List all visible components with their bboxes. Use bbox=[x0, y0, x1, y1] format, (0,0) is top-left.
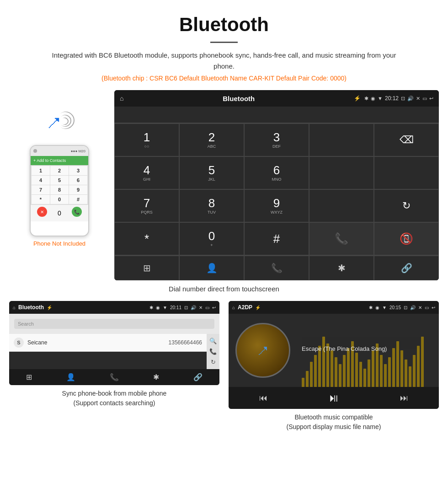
car-home-icon[interactable]: ⌂ bbox=[120, 95, 123, 102]
pb-call-icon[interactable]: 📞 bbox=[209, 348, 217, 355]
pb-contact-letter: S bbox=[14, 338, 24, 348]
dial-key-0[interactable]: 0+ bbox=[179, 222, 244, 255]
dial-key-6[interactable]: 6MNO bbox=[244, 156, 309, 189]
dial-call-key[interactable]: 📞 bbox=[309, 222, 374, 255]
pb-bot-link-icon[interactable]: 🔗 bbox=[193, 373, 203, 381]
pb-status-bar: ⌂ Bluetooth ⚡ ✱ ◉ ▼ 20:11 ⊡ 🔊 ✕ ▭ ↩ bbox=[9, 301, 219, 314]
pb-close-icon[interactable]: ✕ bbox=[199, 305, 203, 310]
pb-bot-contacts-icon[interactable]: 👤 bbox=[66, 373, 75, 381]
pb-volume-icon[interactable]: 🔊 bbox=[191, 305, 196, 310]
orange-info-text: (Bluetooth chip : CSR BC6 Default Blueto… bbox=[0, 75, 448, 82]
phone-dial-grid: 1 2 3 4 5 6 7 8 9 * 0 # bbox=[31, 165, 88, 205]
pb-bt-icon: ✱ bbox=[149, 305, 153, 310]
music-close-icon[interactable]: ✕ bbox=[418, 305, 422, 310]
phone-bottom-bar: ✕ 0 📞 bbox=[31, 205, 88, 221]
pb-side-icons: 🔍 📞 ↻ bbox=[207, 334, 219, 369]
dial-key-8[interactable]: 8TUV bbox=[179, 189, 244, 222]
music-camera-icon[interactable]: ⊡ bbox=[404, 305, 407, 310]
dial-key-3[interactable]: 3DEF bbox=[244, 123, 309, 156]
dialpad-grid: 1○○ 2ABC 3DEF ⌫ 4GHI 5JKL 6MNO bbox=[114, 123, 439, 255]
phone-call[interactable]: 📞 bbox=[72, 207, 82, 217]
dial-caption-text: Dial number direct from touchscreen bbox=[0, 285, 448, 293]
page-title: Bluetooth bbox=[0, 0, 448, 38]
pb-contact-item[interactable]: S Seicane 13566664466 bbox=[9, 334, 207, 352]
phone-key-8[interactable]: 8 bbox=[50, 185, 69, 194]
bottom-link-icon[interactable]: 🔗 bbox=[374, 256, 439, 280]
music-screen: ⌂ A2DP ⚡ ✱ ◉ ▼ 20:15 ⊡ 🔊 ✕ ▭ ↩ ⭧ Escape … bbox=[229, 301, 439, 409]
pb-refresh-icon[interactable]: ↻ bbox=[209, 359, 217, 365]
phone-green-bar: + Add to Contacts bbox=[31, 156, 88, 165]
pb-search-icon[interactable]: 🔍 bbox=[209, 338, 217, 344]
dial-backspace-key[interactable]: ⌫ bbox=[374, 123, 439, 156]
dial-key-4[interactable]: 4GHI bbox=[114, 156, 179, 189]
phone-key-7[interactable]: 7 bbox=[32, 185, 50, 194]
bottom-phone-icon[interactable]: 📞 bbox=[244, 256, 309, 280]
pb-contacts-list: S Seicane 13566664466 bbox=[9, 334, 207, 369]
dial-key-empty-2 bbox=[309, 156, 374, 189]
music-window-icon[interactable]: ▭ bbox=[425, 305, 429, 310]
car-back-icon[interactable]: ↩ bbox=[429, 96, 433, 102]
phone-key-hash[interactable]: # bbox=[69, 195, 87, 204]
music-back-icon[interactable]: ↩ bbox=[432, 305, 435, 310]
music-signal-icon: ▼ bbox=[382, 305, 387, 310]
music-prev-button[interactable]: ⏮ bbox=[259, 393, 267, 403]
music-time: 20:15 bbox=[389, 305, 401, 310]
dial-key-empty-3 bbox=[374, 156, 439, 189]
dial-end-key[interactable]: 📵 bbox=[374, 222, 439, 255]
subtitle-text: Integrated with BC6 Bluetooth module, su… bbox=[0, 50, 448, 72]
car-close-icon[interactable]: ✕ bbox=[416, 96, 420, 102]
car-window-icon[interactable]: ▭ bbox=[422, 96, 427, 102]
pb-back-icon[interactable]: ↩ bbox=[212, 305, 216, 310]
pb-window-icon[interactable]: ▭ bbox=[205, 305, 209, 310]
dial-key-1[interactable]: 1○○ bbox=[114, 123, 179, 156]
phone-key-3[interactable]: 3 bbox=[69, 166, 87, 175]
bottom-screenshots: ⌂ Bluetooth ⚡ ✱ ◉ ▼ 20:11 ⊡ 🔊 ✕ ▭ ↩ Sear… bbox=[0, 301, 448, 432]
dial-key-2[interactable]: 2ABC bbox=[179, 123, 244, 156]
phone-key-2[interactable]: 2 bbox=[50, 166, 69, 175]
pb-bot-phone-icon[interactable]: 📞 bbox=[110, 373, 119, 381]
dial-key-9[interactable]: 9WXYZ bbox=[244, 189, 309, 222]
pb-usb-icon: ⚡ bbox=[47, 305, 52, 310]
phone-key-4[interactable]: 4 bbox=[32, 176, 50, 185]
dialpad-bottom-bar: ⊞ 👤 📞 ✱ 🔗 bbox=[114, 255, 439, 280]
phone-key-0[interactable]: 0 bbox=[50, 195, 69, 204]
dial-display-row bbox=[114, 107, 439, 123]
music-caption: Bluetooth music compatible(Support displ… bbox=[287, 413, 381, 432]
main-content-area: ⭧ ●●● M20 + Add to Contacts 1 2 3 4 5 6 bbox=[0, 90, 448, 280]
music-home-icon[interactable]: ⌂ bbox=[232, 305, 235, 310]
car-usb-icon: ⚡ bbox=[354, 95, 361, 102]
pb-contact-name: Seicane bbox=[27, 339, 169, 346]
dial-key-hash[interactable]: # bbox=[244, 222, 309, 255]
pb-camera-icon[interactable]: ⊡ bbox=[184, 305, 188, 310]
dial-key-5[interactable]: 5JKL bbox=[179, 156, 244, 189]
phone-key-9[interactable]: 9 bbox=[69, 185, 87, 194]
bottom-bluetooth-icon[interactable]: ✱ bbox=[309, 256, 374, 280]
phone-mockup: ●●● M20 + Add to Contacts 1 2 3 4 5 6 7 … bbox=[30, 145, 89, 236]
bottom-apps-icon[interactable]: ⊞ bbox=[114, 256, 179, 280]
phone-key-1[interactable]: 1 bbox=[32, 166, 50, 175]
pb-search-bar[interactable]: Search bbox=[14, 319, 214, 329]
phonebook-section: ⌂ Bluetooth ⚡ ✱ ◉ ▼ 20:11 ⊡ 🔊 ✕ ▭ ↩ Sear… bbox=[9, 301, 219, 432]
music-play-pause-button[interactable]: ⏯ bbox=[328, 392, 339, 404]
pb-home-icon[interactable]: ⌂ bbox=[13, 305, 16, 310]
music-volume-icon[interactable]: 🔊 bbox=[410, 305, 416, 310]
bluetooth-signal-graphic: ⭧ bbox=[41, 104, 78, 140]
dial-refresh-key[interactable]: ↻ bbox=[374, 189, 439, 222]
phone-key-star[interactable]: * bbox=[32, 195, 50, 204]
music-next-button[interactable]: ⏭ bbox=[400, 393, 408, 403]
bottom-contacts-icon[interactable]: 👤 bbox=[179, 256, 244, 280]
dial-key-7[interactable]: 7PQRS bbox=[114, 189, 179, 222]
phone-key-6[interactable]: 6 bbox=[69, 176, 87, 185]
music-location-icon: ◉ bbox=[375, 305, 379, 310]
dial-key-star[interactable]: * bbox=[114, 222, 179, 255]
pb-bot-apps-icon[interactable]: ⊞ bbox=[26, 373, 32, 381]
pb-search-placeholder: Search bbox=[18, 321, 34, 327]
car-location-icon: ◉ bbox=[371, 96, 375, 102]
phone-end-call[interactable]: ✕ bbox=[37, 207, 47, 217]
pb-bot-bt-icon[interactable]: ✱ bbox=[153, 373, 159, 381]
pb-signal-icon: ▼ bbox=[163, 305, 167, 310]
phone-key-5[interactable]: 5 bbox=[50, 176, 69, 185]
car-camera-icon[interactable]: ⊡ bbox=[401, 96, 405, 102]
car-volume-icon[interactable]: 🔊 bbox=[407, 96, 414, 102]
music-screen-title: A2DP bbox=[238, 304, 252, 311]
